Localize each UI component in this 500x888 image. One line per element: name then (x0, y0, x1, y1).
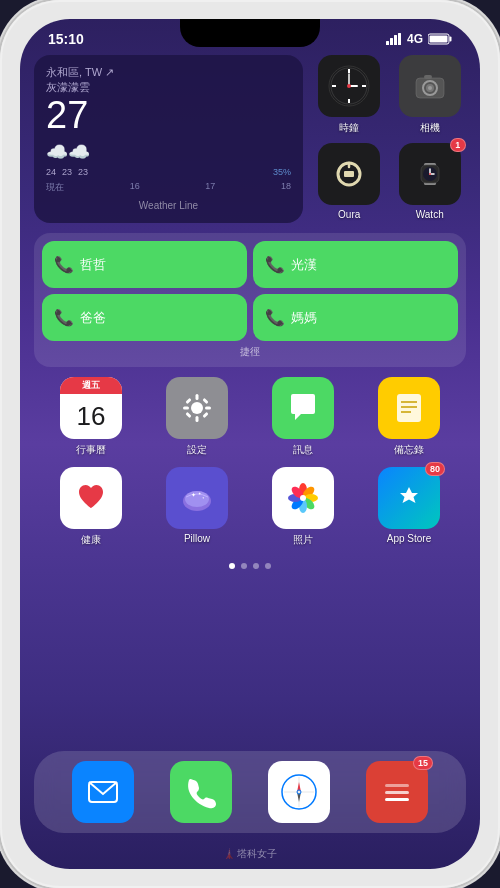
watch-label: Watch (416, 209, 444, 220)
weather-time-16: 16 (130, 181, 140, 194)
settings-label: 設定 (187, 443, 207, 457)
app-oura[interactable]: Oura (313, 143, 386, 223)
shortcut-label-1: 哲哲 (80, 256, 106, 274)
appstore-badge: 80 (425, 462, 445, 476)
weather-time-now: 現在 (46, 181, 64, 194)
watermark-text: 塔科女子 (237, 848, 277, 859)
pillow-label: Pillow (184, 533, 210, 544)
svg-rect-22 (344, 171, 354, 177)
notes-icon-bg (378, 377, 440, 439)
svg-rect-67 (385, 798, 409, 801)
oura-label: Oura (338, 209, 360, 220)
svg-rect-66 (385, 791, 409, 794)
page-dot-1[interactable] (229, 563, 235, 569)
shortcut-label-4: 媽媽 (291, 309, 317, 327)
safari-svg (278, 771, 320, 813)
todoist-icon-bg: 15 (366, 761, 428, 823)
watermark-icon: 🗼 (223, 848, 235, 859)
mail-svg (83, 772, 123, 812)
shortcut-phone-icon-2: 📞 (265, 255, 285, 274)
pillow-icon-bg: ✦ ✦ ✦ (166, 467, 228, 529)
top-right-app-grid: 時鐘 相機 (313, 55, 466, 223)
photos-svg (282, 477, 324, 519)
camera-svg (412, 68, 448, 104)
phone-icon-bg (170, 761, 232, 823)
svg-rect-32 (196, 394, 199, 400)
app-photos[interactable]: 照片 (272, 467, 334, 547)
messages-svg (283, 388, 323, 428)
widget-row-1: 永和區, TW ↗ 灰濛濛雲 27 ☁️☁️ 24 23 23 35% 現在 1… (34, 55, 466, 223)
svg-rect-34 (183, 407, 189, 410)
shortcut-mama[interactable]: 📞 媽媽 (253, 294, 458, 341)
svg-rect-39 (202, 412, 208, 418)
shortcut-phone-icon-1: 📞 (54, 255, 74, 274)
weather-widget[interactable]: 永和區, TW ↗ 灰濛濛雲 27 ☁️☁️ 24 23 23 35% 現在 1… (34, 55, 303, 223)
shortcut-baba[interactable]: 📞 爸爸 (42, 294, 247, 341)
weather-location: 永和區, TW ↗ (46, 65, 291, 80)
svg-point-57 (300, 495, 306, 501)
svg-rect-6 (430, 36, 448, 43)
signal-icon (386, 33, 402, 45)
phone-frame: 15:10 4G (0, 0, 500, 888)
watermark: 🗼 塔科女子 (20, 847, 480, 869)
health-icon-bg (60, 467, 122, 529)
shortcut-label-3: 爸爸 (80, 309, 106, 327)
app-notes[interactable]: 備忘錄 (378, 377, 440, 457)
svg-text:✦: ✦ (202, 496, 205, 500)
camera-label: 相機 (420, 121, 440, 135)
safari-icon-bg (268, 761, 330, 823)
svg-point-15 (347, 84, 351, 88)
status-right: 4G (386, 32, 452, 46)
weather-time-17: 17 (205, 181, 215, 194)
todoist-badge: 15 (413, 756, 433, 770)
dock-mail[interactable] (72, 761, 134, 823)
dock-todoist[interactable]: 15 (366, 761, 428, 823)
health-svg (71, 478, 111, 518)
weather-time-18: 18 (281, 181, 291, 194)
app-clock[interactable]: 時鐘 (313, 55, 386, 135)
app-messages[interactable]: 訊息 (272, 377, 334, 457)
appstore-svg (390, 479, 428, 517)
pillow-svg: ✦ ✦ ✦ (176, 477, 218, 519)
svg-point-31 (191, 402, 203, 414)
shortcut-phone-icon-3: 📞 (54, 308, 74, 327)
clock-label: 時鐘 (339, 121, 359, 135)
dock-phone[interactable] (170, 761, 232, 823)
settings-svg (178, 389, 216, 427)
calendar-label: 行事曆 (76, 443, 106, 457)
app-health[interactable]: 健康 (60, 467, 122, 547)
phone-svg (183, 774, 219, 810)
appstore-label: App Store (387, 533, 431, 544)
notes-svg (389, 388, 429, 428)
app-calendar[interactable]: 週五 16 行事曆 (60, 377, 122, 457)
svg-rect-20 (424, 75, 432, 79)
status-time: 15:10 (48, 31, 84, 47)
messages-label: 訊息 (293, 443, 313, 457)
battery-icon (428, 33, 452, 45)
watch-icon-bg: 1 (399, 143, 461, 205)
shortcut-guanghan[interactable]: 📞 光漢 (253, 241, 458, 288)
page-dot-4[interactable] (265, 563, 271, 569)
svg-rect-35 (205, 407, 211, 410)
shortcuts-title: 捷徑 (42, 345, 458, 359)
screen-content: 永和區, TW ↗ 灰濛濛雲 27 ☁️☁️ 24 23 23 35% 現在 1… (20, 51, 480, 751)
weather-condition: 灰濛濛雲 (46, 80, 291, 95)
app-camera[interactable]: 相機 (393, 55, 466, 135)
calendar-icon-bg: 週五 16 (60, 377, 122, 439)
page-dot-2[interactable] (241, 563, 247, 569)
app-appstore[interactable]: 80 App Store (378, 467, 440, 544)
app-settings[interactable]: 設定 (166, 377, 228, 457)
weather-temp: 27 (46, 95, 291, 137)
weather-high: 24 (46, 167, 56, 177)
shortcut-zhezhe[interactable]: 📞 哲哲 (42, 241, 247, 288)
dock-safari[interactable] (268, 761, 330, 823)
app-pillow[interactable]: ✦ ✦ ✦ Pillow (166, 467, 228, 544)
svg-rect-2 (394, 35, 397, 45)
shortcut-phone-icon-4: 📞 (265, 308, 285, 327)
oura-icon-bg (318, 143, 380, 205)
calendar-weekday: 週五 (60, 377, 122, 394)
svg-rect-1 (390, 38, 393, 45)
app-watch[interactable]: 1 (393, 143, 466, 223)
page-dot-3[interactable] (253, 563, 259, 569)
svg-rect-5 (450, 37, 452, 42)
